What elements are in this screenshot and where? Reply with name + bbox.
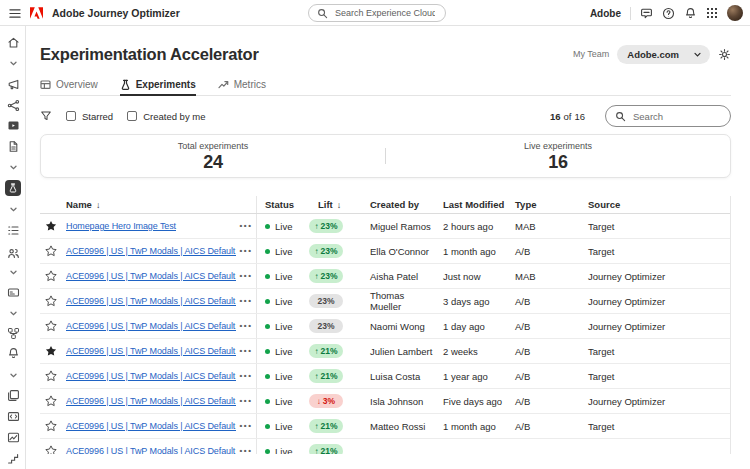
experiment-link[interactable]: ACE0996 | US | TwP Modals | AICS Default…	[66, 346, 236, 356]
more-actions-button[interactable]: •••	[240, 422, 253, 430]
experiment-link[interactable]: ACE0996 | US | TwP Modals | AICS Default…	[66, 246, 236, 256]
more-actions-button[interactable]: •••	[240, 297, 253, 305]
star-outline-icon[interactable]	[40, 289, 62, 313]
more-actions-button[interactable]: •••	[240, 372, 253, 380]
chevron-down-icon[interactable]	[0, 205, 26, 214]
column-header-created-by[interactable]: Created by	[363, 196, 436, 213]
arrow-down-icon: ↓	[317, 397, 321, 406]
chevron-down-icon[interactable]	[0, 371, 26, 380]
offers-icon[interactable]	[0, 286, 26, 299]
audiences-icon[interactable]	[0, 224, 26, 237]
table-search[interactable]	[605, 105, 731, 127]
journeys-icon[interactable]	[0, 99, 26, 112]
star-outline-icon[interactable]	[40, 239, 62, 263]
last-modified-cell: 3 days ago	[436, 289, 509, 313]
experiment-link[interactable]: ACE0996 | US | TwP Modals | AICS Default…	[66, 271, 236, 281]
metrics-icon	[218, 79, 229, 90]
help-icon[interactable]	[662, 7, 675, 20]
chevron-down-icon[interactable]	[0, 163, 26, 172]
more-actions-button[interactable]: •••	[240, 272, 253, 280]
starred-checkbox[interactable]: Starred	[66, 111, 113, 122]
experience-cloud-search[interactable]	[308, 4, 446, 22]
pages-icon[interactable]	[0, 140, 26, 153]
monitoring-icon[interactable]	[0, 431, 26, 444]
stats-card: Total experiments 24 Live experiments 16	[40, 134, 731, 178]
column-header-lift[interactable]: Lift↓	[306, 196, 363, 213]
status-cell: Live	[257, 389, 306, 413]
more-actions-button[interactable]: •••	[240, 247, 253, 255]
experience-cloud-search-input[interactable]	[333, 7, 437, 19]
feedback-icon[interactable]	[640, 7, 653, 20]
schemas-icon[interactable]	[0, 327, 26, 340]
table-search-input[interactable]	[631, 110, 721, 123]
live-dot-icon	[265, 224, 270, 229]
more-actions-button[interactable]: •••	[240, 347, 253, 355]
adobe-brand-label: Adobe	[590, 8, 621, 19]
star-outline-icon[interactable]	[40, 414, 62, 438]
table-body: Homepage Hero Image Test•••Live↑23%Migue…	[40, 214, 730, 454]
more-actions-button[interactable]: •••	[240, 397, 253, 405]
experiment-link[interactable]: ACE0996 | US | TwP Modals | AICS Default…	[66, 396, 236, 406]
queries-icon[interactable]	[0, 410, 26, 423]
star-outline-icon[interactable]	[40, 439, 62, 454]
lift-cell: ↑23%	[306, 239, 363, 263]
app-switcher-icon[interactable]	[706, 7, 718, 19]
datasets-icon[interactable]	[0, 389, 26, 402]
tab-overview[interactable]: Overview	[40, 74, 98, 95]
star-outline-icon[interactable]	[40, 389, 62, 413]
chevron-down-icon[interactable]	[0, 309, 26, 318]
status-cell: Live	[257, 339, 306, 363]
experiments-icon-active[interactable]	[0, 180, 26, 196]
experiment-link[interactable]: ACE0996 | US | TwP Modals | AICS Default…	[66, 371, 236, 381]
filter-funnel-icon[interactable]	[40, 110, 52, 122]
star-filled-icon[interactable]	[40, 214, 62, 238]
lift-cell: ↓3%	[306, 389, 363, 413]
created-by-me-checkbox[interactable]: Created by me	[127, 111, 205, 122]
ingestion-icon[interactable]	[0, 347, 26, 360]
home-icon[interactable]	[0, 36, 26, 49]
column-header-last-modified[interactable]: Last Modified	[436, 196, 509, 213]
live-dot-icon	[265, 449, 270, 454]
experiment-link[interactable]: ACE0996 | US | TwP Modals | AICS Default…	[66, 446, 236, 454]
hamburger-menu-icon[interactable]	[9, 8, 21, 19]
tab-metrics[interactable]: Metrics	[218, 74, 266, 95]
created-by-cell	[363, 439, 436, 454]
status-cell: Live	[257, 289, 306, 313]
lift-badge: ↑23%	[309, 219, 343, 233]
star-outline-icon[interactable]	[40, 314, 62, 338]
content-icon[interactable]	[0, 119, 26, 132]
source-cell: Target	[581, 339, 730, 363]
settings-gear-icon[interactable]	[718, 48, 731, 61]
source-cell: Journey Optimizer	[581, 389, 730, 413]
experiment-link[interactable]: ACE0996 | US | TwP Modals | AICS Default…	[66, 296, 236, 306]
chevron-down-icon[interactable]	[0, 59, 26, 68]
column-header-source[interactable]: Source	[581, 196, 730, 213]
adobe-logo[interactable]	[30, 7, 43, 19]
tab-experiments[interactable]: Experiments	[120, 74, 196, 95]
more-actions-button[interactable]: •••	[240, 447, 253, 454]
type-cell: MAB	[509, 214, 581, 238]
chevron-down-icon[interactable]	[0, 268, 26, 277]
column-header-type[interactable]: Type	[509, 196, 581, 213]
insights-icon[interactable]	[0, 452, 26, 465]
profiles-icon[interactable]	[0, 247, 26, 260]
more-actions-button[interactable]: •••	[240, 322, 253, 330]
column-header-status[interactable]: Status	[257, 196, 306, 213]
user-avatar[interactable]	[727, 5, 743, 21]
table-row: ACE0996 | US | TwP Modals | AICS Default…	[40, 389, 730, 414]
experiment-link[interactable]: ACE0996 | US | TwP Modals | AICS Default…	[66, 321, 236, 331]
experiment-link[interactable]: ACE0996 | US | TwP Modals | AICS Default…	[66, 421, 236, 431]
table-row: ACE0996 | US | TwP Modals | AICS Default…	[40, 364, 730, 389]
more-actions-button[interactable]: •••	[240, 222, 253, 230]
created-by-cell: Thomas Mueller	[363, 289, 436, 313]
experiment-link[interactable]: Homepage Hero Image Test	[66, 221, 176, 231]
star-filled-icon[interactable]	[40, 339, 62, 363]
star-outline-icon[interactable]	[40, 264, 62, 288]
star-outline-icon[interactable]	[40, 364, 62, 388]
last-modified-cell: 1 year ago	[436, 364, 509, 388]
overview-icon	[40, 79, 51, 90]
campaigns-icon[interactable]	[0, 78, 26, 91]
column-header-name[interactable]: Name↓	[62, 196, 236, 213]
notifications-bell-icon[interactable]	[684, 7, 697, 20]
team-selector[interactable]: Adobe.com	[617, 45, 710, 64]
